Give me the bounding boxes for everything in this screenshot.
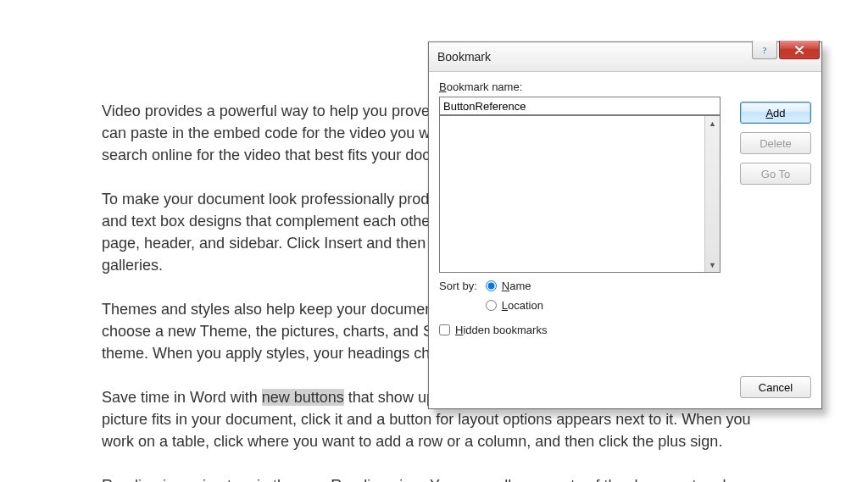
- text-selection[interactable]: new buttons: [262, 389, 344, 406]
- close-icon: [793, 46, 805, 54]
- hidden-bookmarks-input[interactable]: [439, 324, 450, 335]
- close-button[interactable]: [779, 41, 820, 59]
- doc-paragraph[interactable]: Reading is easier, too, in the new Readi…: [102, 474, 763, 482]
- hidden-bookmarks-checkbox[interactable]: Hidden bookmarks: [439, 324, 721, 336]
- delete-button[interactable]: Delete: [740, 132, 811, 154]
- add-button[interactable]: Add: [740, 102, 811, 124]
- help-icon: ?: [760, 45, 770, 55]
- cancel-button[interactable]: Cancel: [740, 376, 811, 398]
- bookmark-name-label: Bookmark name:: [439, 80, 721, 93]
- svg-text:?: ?: [763, 45, 767, 55]
- scrollbar[interactable]: ▲ ▼: [704, 116, 720, 272]
- dialog-title: Bookmark: [429, 50, 491, 64]
- sort-by-label: Sort by:: [439, 280, 477, 292]
- sort-name-input[interactable]: [486, 280, 497, 291]
- dialog-titlebar[interactable]: Bookmark ?: [429, 42, 821, 72]
- scroll-down-icon[interactable]: ▼: [705, 258, 720, 272]
- bookmark-dialog: Bookmark ? Bookmark name: ▲: [428, 42, 822, 409]
- bookmark-name-input[interactable]: [439, 97, 721, 115]
- sort-by-location-radio[interactable]: Location: [486, 299, 543, 312]
- sort-location-input[interactable]: [486, 300, 497, 311]
- help-button[interactable]: ?: [752, 41, 777, 59]
- sort-by-name-radio[interactable]: Name: [486, 280, 543, 292]
- bookmark-list[interactable]: ▲ ▼: [439, 115, 721, 273]
- goto-button[interactable]: Go To: [740, 163, 811, 185]
- bookmark-list-inner: [440, 116, 704, 272]
- scroll-up-icon[interactable]: ▲: [705, 116, 720, 130]
